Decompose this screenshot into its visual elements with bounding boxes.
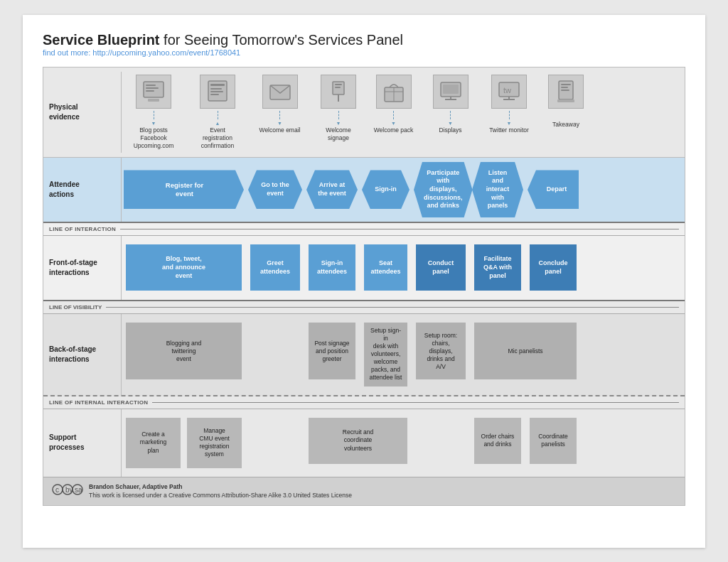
seat-box: Seatattendees (364, 244, 407, 291)
support-section: Supportprocesses Create amarketingplan M… (43, 409, 685, 477)
line-of-interaction: LINE OF INTERACTION (43, 223, 685, 236)
setup-signin-box: Setup sign-indesk withvolunteers,welcome… (364, 323, 407, 386)
loi-rule (120, 229, 679, 229)
mic-box: Mic panelists (474, 323, 577, 379)
footer: cbysa Brandon Schauer, Adaptive Path Thi… (43, 477, 685, 506)
svg-rect-30 (557, 99, 574, 102)
footer-author: Brandon Schauer, Adaptive Path (89, 483, 182, 490)
frontstage-seat: Seatattendees (360, 236, 412, 300)
lov-rule (106, 307, 679, 308)
displays-icon (433, 75, 469, 109)
support-label: Supportprocesses (43, 409, 122, 477)
backstage-post-signage: Post signageand positiongreeter (304, 314, 360, 394)
footer-text: Brandon Schauer, Adaptive Path This work… (89, 482, 352, 501)
signin-text: Sign-in (362, 170, 410, 209)
evidence-displays: ▼ Displays (420, 72, 481, 153)
action-signin: Sign-in (360, 158, 412, 222)
sp-label-text: Supportprocesses (49, 433, 84, 453)
svg-rect-27 (561, 84, 571, 85)
support-row: Supportprocesses Create amarketingplan M… (43, 409, 685, 477)
register-text: Register forevent (124, 170, 244, 209)
svg-rect-4 (148, 99, 159, 102)
evidence-twitter: tw ▼ Twitter monitor (481, 72, 537, 153)
loi-label: LINE OF INTERACTION (49, 226, 116, 232)
frontstage-conclude: Concludepanel (525, 236, 581, 300)
frontstage-signin: Sign-inattendees (304, 236, 360, 300)
svg-rect-3 (146, 90, 154, 92)
conduct-box: Conductpanel (416, 244, 466, 291)
subtitle-link[interactable]: find out more: http://upcoming.yahoo.com… (43, 48, 685, 57)
bs-label-text: Back-of-stageinteractions (49, 345, 96, 364)
cc-icon: cbysa (52, 484, 83, 498)
line-of-visibility: LINE OF VISIBILITY (43, 301, 685, 314)
order-chairs-box: Order chairsand drinks (474, 418, 521, 464)
frontstage-section: Front-of-stageinteractions Blog, tweet,a… (43, 236, 685, 301)
post-signage-box: Post signageand positiongreeter (309, 323, 355, 379)
frontstage-greet: Greetattendees (246, 236, 304, 300)
svg-rect-13 (335, 84, 342, 85)
evidence-twitter-text: Twitter monitor (489, 126, 529, 134)
loi-internal-rule (152, 402, 679, 403)
evidence-welcome-email-text: Welcome email (259, 126, 301, 134)
svg-rect-29 (561, 90, 569, 91)
action-depart: Depart (525, 158, 581, 222)
evidence-event-reg: ▲ Event registration confirmation (186, 72, 250, 153)
blog-tweet-box: Blog, tweet,and announceevent (126, 244, 242, 291)
svg-text:c: c (55, 486, 59, 494)
svg-rect-1 (146, 85, 156, 86)
line-of-internal-interaction: LINE OF INTERNAL INTERACTION (43, 396, 685, 409)
depart-text: Depart (528, 170, 579, 209)
action-listen: Listen and interact with panels (470, 158, 525, 222)
svg-rect-8 (210, 91, 223, 92)
title-block: Service Blueprint for Seeing Tomorrow's … (43, 32, 685, 57)
blogging-box: Blogging andtwitteringevent (126, 323, 242, 379)
aa-label-text: Attendeeactions (49, 180, 80, 200)
support-empty-1 (246, 409, 304, 477)
svg-rect-28 (561, 87, 568, 88)
svg-rect-7 (210, 88, 222, 90)
setup-room-box: Setup room:chairs,displays,drinks andA/V (416, 323, 466, 379)
attendee-actions-section: Attendeeactions Register forevent Go to … (43, 158, 685, 223)
backstage-setup-signin: Setup sign-indesk withvolunteers,welcome… (360, 314, 412, 394)
evidence-event-reg-text: Event registration confirmation (201, 126, 234, 150)
backstage-section: Back-of-stageinteractions Blogging andtw… (43, 314, 685, 396)
frontstage-conduct: Conductpanel (412, 236, 470, 300)
cmu-box: ManageCMU eventregistrationsystem (187, 418, 242, 468)
coord-panelists-box: Coordinatepanelists (530, 418, 577, 464)
lov-label: LINE OF VISIBILITY (49, 304, 102, 310)
backstage-empty-1 (246, 314, 304, 394)
evidence-blog-text: Blog posts Facebook Upcoming.com (134, 126, 174, 150)
evidence-blog: ▼ Blog posts Facebook Upcoming.com (122, 72, 186, 153)
support-empty-3 (581, 409, 633, 477)
svg-rect-9 (210, 94, 219, 95)
evidence-welcome-signage: ▼ Welcome signage (310, 72, 367, 153)
frontstage-row: Front-of-stageinteractions Blog, tweet,a… (43, 236, 685, 300)
support-empty-2 (412, 409, 470, 477)
svg-rect-0 (144, 82, 164, 97)
title-rest: for Seeing Tomorrow's Services Panel (160, 32, 404, 48)
facilitate-box: FacilitateQ&A withpanel (474, 244, 521, 291)
frontstage-label: Front-of-stageinteractions (43, 236, 122, 300)
svg-text:by: by (65, 486, 73, 494)
takeaway-icon (548, 75, 584, 109)
support-recruit: Recruit andcoordinatevolunteers (304, 409, 412, 477)
pe-label-text: Physicalevidence (49, 102, 80, 122)
conclude-box: Concludepanel (530, 244, 577, 291)
svg-rect-6 (210, 84, 225, 86)
twitter-icon: tw (491, 75, 527, 109)
frontstage-blog-tweet: Blog, tweet,and announceevent (122, 236, 246, 300)
backstage-label: Back-of-stageinteractions (43, 314, 122, 394)
physical-evidence-label: Physicalevidence (43, 72, 122, 153)
page: Service Blueprint for Seeing Tomorrow's … (23, 15, 705, 548)
support-coord: Coordinatepanelists (525, 409, 581, 477)
recruit-box: Recruit andcoordinatevolunteers (309, 418, 407, 464)
action-go: Go to the event (246, 158, 304, 222)
fs-label-text: Front-of-stageinteractions (49, 258, 97, 278)
evidence-welcome-email: ▼ Welcome email (250, 72, 310, 153)
backstage-setup-room: Setup room:chairs,displays,drinks andA/V (412, 314, 470, 394)
frontstage-facilitate: FacilitateQ&A withpanel (470, 236, 525, 300)
physical-evidence-section: Physicalevidence ▼ Blog posts Facebook U… (43, 67, 685, 158)
welcome-email-icon (262, 75, 298, 109)
attendee-actions-row: Attendeeactions Register forevent Go to … (43, 158, 685, 222)
svg-rect-2 (146, 87, 159, 89)
